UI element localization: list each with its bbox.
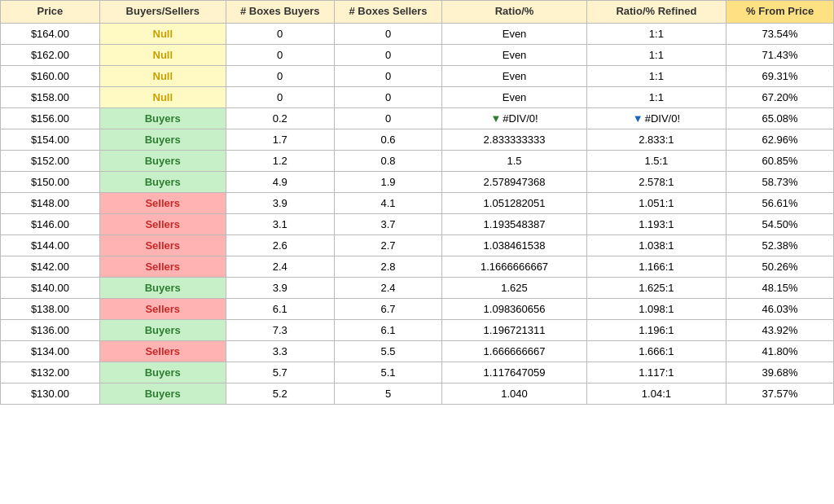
boxes-sellers-cell: 3.7 bbox=[334, 213, 442, 234]
boxes-buyers-cell: 5.2 bbox=[226, 383, 334, 404]
buyers-sellers-cell: Buyers bbox=[99, 383, 226, 404]
buyers-sellers-cell: Null bbox=[99, 23, 226, 44]
ratio-cell: ▼#DIV/0! bbox=[442, 107, 586, 129]
table-row: $152.00Buyers1.20.81.51.5:160.85% bbox=[1, 150, 834, 171]
price-cell: $148.00 bbox=[1, 192, 100, 213]
ratio-refined-cell: 1.166:1 bbox=[586, 256, 726, 277]
ratio-refined-cell: 1.117:1 bbox=[586, 362, 726, 383]
ratio-refined-cell: 1:1 bbox=[586, 65, 726, 86]
boxes-sellers-cell: 0 bbox=[334, 86, 442, 107]
boxes-buyers-cell: 6.1 bbox=[226, 298, 334, 319]
buyers-sellers-cell: Sellers bbox=[99, 213, 226, 234]
ratio-cell: 1.666666667 bbox=[442, 340, 586, 362]
table-row: $134.00Sellers3.35.51.6666666671.666:141… bbox=[1, 340, 834, 362]
ratio-cell: 1.051282051 bbox=[442, 192, 586, 213]
ratio-refined-cell: 1.5:1 bbox=[586, 150, 726, 171]
from-price-cell: 43.92% bbox=[726, 319, 834, 340]
table-body: $164.00Null00Even1:173.54%$162.00Null00E… bbox=[1, 23, 834, 404]
boxes-buyers-cell: 4.9 bbox=[226, 171, 334, 192]
column-header-2: # Boxes Buyers bbox=[226, 1, 334, 24]
from-price-cell: 52.38% bbox=[726, 234, 834, 256]
price-cell: $150.00 bbox=[1, 171, 100, 192]
from-price-cell: 48.15% bbox=[726, 277, 834, 298]
boxes-sellers-cell: 5.1 bbox=[334, 362, 442, 383]
from-price-cell: 58.73% bbox=[726, 171, 834, 192]
boxes-buyers-cell: 0 bbox=[226, 23, 334, 44]
ratio-cell: 1.098360656 bbox=[442, 298, 586, 319]
column-header-3: # Boxes Sellers bbox=[334, 1, 442, 24]
boxes-sellers-cell: 1.9 bbox=[334, 171, 442, 192]
buyers-sellers-cell: Buyers bbox=[99, 129, 226, 150]
price-cell: $134.00 bbox=[1, 340, 100, 362]
price-cell: $152.00 bbox=[1, 150, 100, 171]
from-price-cell: 62.96% bbox=[726, 129, 834, 150]
ratio-cell: 1.193548387 bbox=[442, 213, 586, 234]
price-cell: $156.00 bbox=[1, 107, 100, 129]
boxes-sellers-cell: 2.8 bbox=[334, 256, 442, 277]
boxes-buyers-cell: 0 bbox=[226, 86, 334, 107]
ratio-cell: Even bbox=[442, 65, 586, 86]
ratio-refined-cell: 1:1 bbox=[586, 86, 726, 107]
column-header-4: Ratio/% bbox=[442, 1, 586, 24]
buyers-sellers-cell: Buyers bbox=[99, 150, 226, 171]
boxes-sellers-cell: 2.7 bbox=[334, 234, 442, 256]
buyers-sellers-cell: Buyers bbox=[99, 362, 226, 383]
ratio-refined-cell: 2.578:1 bbox=[586, 171, 726, 192]
boxes-buyers-cell: 3.3 bbox=[226, 340, 334, 362]
boxes-buyers-cell: 1.7 bbox=[226, 129, 334, 150]
boxes-buyers-cell: 5.7 bbox=[226, 362, 334, 383]
table-row: $164.00Null00Even1:173.54% bbox=[1, 23, 834, 44]
boxes-sellers-cell: 0 bbox=[334, 65, 442, 86]
table-row: $150.00Buyers4.91.92.5789473682.578:158.… bbox=[1, 171, 834, 192]
ratio-cell: Even bbox=[442, 23, 586, 44]
ratio-cell: Even bbox=[442, 44, 586, 65]
ratio-refined-cell: 2.833:1 bbox=[586, 129, 726, 150]
boxes-buyers-cell: 1.2 bbox=[226, 150, 334, 171]
table-row: $132.00Buyers5.75.11.1176470591.117:139.… bbox=[1, 362, 834, 383]
from-price-cell: 46.03% bbox=[726, 298, 834, 319]
boxes-sellers-cell: 0 bbox=[334, 44, 442, 65]
column-header-0: Price bbox=[1, 1, 100, 24]
ratio-refined-cell: 1.196:1 bbox=[586, 319, 726, 340]
boxes-buyers-cell: 0 bbox=[226, 44, 334, 65]
from-price-cell: 60.85% bbox=[726, 150, 834, 171]
table-row: $158.00Null00Even1:167.20% bbox=[1, 86, 834, 107]
buyers-sellers-cell: Sellers bbox=[99, 340, 226, 362]
price-cell: $144.00 bbox=[1, 234, 100, 256]
ratio-refined-cell: 1.666:1 bbox=[586, 340, 726, 362]
table-row: $160.00Null00Even1:169.31% bbox=[1, 65, 834, 86]
price-cell: $130.00 bbox=[1, 383, 100, 404]
from-price-cell: 69.31% bbox=[726, 65, 834, 86]
buyers-sellers-cell: Sellers bbox=[99, 298, 226, 319]
boxes-buyers-cell: 2.4 bbox=[226, 256, 334, 277]
price-cell: $140.00 bbox=[1, 277, 100, 298]
boxes-buyers-cell: 3.9 bbox=[226, 277, 334, 298]
price-cell: $160.00 bbox=[1, 65, 100, 86]
ratio-refined-cell: 1.098:1 bbox=[586, 298, 726, 319]
ratio-cell: 2.578947368 bbox=[442, 171, 586, 192]
boxes-sellers-cell: 0.8 bbox=[334, 150, 442, 171]
ratio-cell: 1.196721311 bbox=[442, 319, 586, 340]
buyers-sellers-cell: Null bbox=[99, 44, 226, 65]
ratio-refined-cell: 1.038:1 bbox=[586, 234, 726, 256]
ratio-cell: 1.1666666667 bbox=[442, 256, 586, 277]
ratio-cell: 1.117647059 bbox=[442, 362, 586, 383]
table-row: $136.00Buyers7.36.11.1967213111.196:143.… bbox=[1, 319, 834, 340]
boxes-buyers-cell: 0 bbox=[226, 65, 334, 86]
boxes-buyers-cell: 3.1 bbox=[226, 213, 334, 234]
ratio-refined-cell: 1:1 bbox=[586, 23, 726, 44]
boxes-sellers-cell: 0 bbox=[334, 107, 442, 129]
price-cell: $138.00 bbox=[1, 298, 100, 319]
ratio-cell: 1.038461538 bbox=[442, 234, 586, 256]
boxes-sellers-cell: 5.5 bbox=[334, 340, 442, 362]
ratio-cell: 1.5 bbox=[442, 150, 586, 171]
boxes-sellers-cell: 6.7 bbox=[334, 298, 442, 319]
boxes-buyers-cell: 2.6 bbox=[226, 234, 334, 256]
column-header-1: Buyers/Sellers bbox=[99, 1, 226, 24]
from-price-cell: 37.57% bbox=[726, 383, 834, 404]
table-row: $148.00Sellers3.94.11.0512820511.051:156… bbox=[1, 192, 834, 213]
table-row: $146.00Sellers3.13.71.1935483871.193:154… bbox=[1, 213, 834, 234]
buyers-sellers-cell: Buyers bbox=[99, 107, 226, 129]
price-cell: $136.00 bbox=[1, 319, 100, 340]
from-price-cell: 39.68% bbox=[726, 362, 834, 383]
